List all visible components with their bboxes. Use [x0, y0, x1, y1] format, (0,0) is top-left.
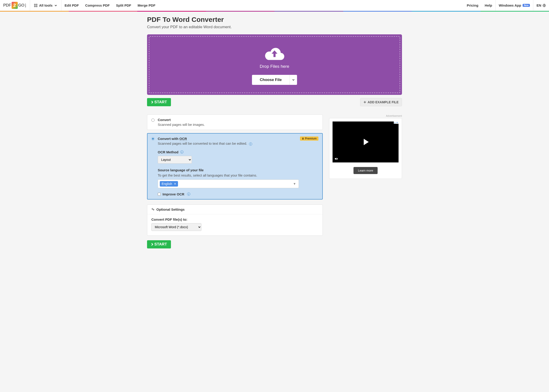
- info-icon[interactable]: i: [249, 142, 252, 146]
- svg-point-7: [153, 209, 154, 210]
- option-convert-ocr[interactable]: Convert with OCR Premium Scanned pages w…: [147, 133, 323, 200]
- premium-badge: Premium: [300, 137, 318, 140]
- nav-help[interactable]: Help: [482, 0, 495, 11]
- option-convert-desc: Scanned pages will be images.: [158, 123, 318, 126]
- cloud-upload-icon: [264, 47, 285, 61]
- ocr-method-select[interactable]: Layout: [158, 156, 192, 164]
- nav-windows-app[interactable]: Windows App New: [495, 0, 533, 11]
- caret-down-icon[interactable]: ▾: [292, 182, 297, 186]
- drop-zone[interactable]: Drop Files here Choose File: [147, 34, 402, 95]
- chevron-right-icon: [151, 101, 153, 104]
- convert-to-label: Convert PDF file(s) to:: [151, 217, 318, 221]
- optional-settings-header: Optional Settings: [147, 205, 323, 214]
- svg-rect-2: [34, 6, 35, 7]
- ad-label: Advertisement: [329, 114, 402, 117]
- info-icon[interactable]: i: [187, 192, 190, 196]
- info-icon[interactable]: i: [180, 150, 183, 154]
- start-button-top[interactable]: START: [147, 98, 171, 106]
- all-tools-label: All tools: [39, 3, 53, 7]
- ocr-method-label: OCR Method i: [158, 150, 318, 154]
- globe-icon: [543, 4, 546, 7]
- svg-point-6: [152, 209, 153, 210]
- new-badge: New: [523, 4, 530, 7]
- logo[interactable]: PDF2GO.com: [0, 0, 30, 11]
- ad-video[interactable]: ▷✕: [332, 121, 399, 162]
- grid-icon: [34, 4, 37, 7]
- nav-edit-pdf[interactable]: Edit PDF: [62, 0, 82, 11]
- source-language-help: To get the best results, select all lang…: [158, 173, 318, 177]
- option-ocr-desc: Scanned pages will be converted to text …: [158, 141, 318, 146]
- plus-icon: [364, 101, 366, 104]
- chevron-down-icon: [54, 4, 57, 7]
- radio-convert-ocr[interactable]: [151, 137, 155, 140]
- svg-rect-1: [36, 4, 37, 5]
- option-convert[interactable]: Convert Scanned pages will be images.: [147, 114, 323, 130]
- language-multiselect[interactable]: English ✕ ▾: [158, 180, 299, 188]
- radio-convert[interactable]: [151, 119, 155, 122]
- page-subtitle: Convert your PDF to an editable Word doc…: [147, 25, 402, 29]
- adchoices-icon[interactable]: ▷✕: [394, 121, 399, 124]
- nav-right: Pricing Help Windows App New EN: [464, 0, 549, 11]
- mute-icon[interactable]: [334, 157, 338, 161]
- svg-rect-5: [302, 138, 304, 140]
- remove-language-icon[interactable]: ✕: [174, 182, 176, 185]
- optional-settings-card: Optional Settings Convert PDF file(s) to…: [147, 204, 323, 236]
- choose-file-dropdown[interactable]: [289, 75, 297, 85]
- play-icon: [364, 139, 369, 145]
- nav-merge-pdf[interactable]: Merge PDF: [134, 0, 159, 11]
- improve-ocr-label: Improve OCR: [162, 192, 184, 196]
- option-convert-title: Convert: [158, 118, 171, 122]
- choose-file-button[interactable]: Choose File: [252, 75, 289, 85]
- svg-rect-3: [36, 6, 37, 7]
- svg-rect-0: [34, 4, 35, 5]
- chevron-right-icon: [151, 243, 153, 246]
- rainbow-bar: [0, 11, 549, 12]
- ad-box: ▷✕ Learn more: [329, 118, 402, 179]
- option-ocr-title: Convert with OCR: [158, 137, 187, 140]
- nav-split-pdf[interactable]: Split PDF: [113, 0, 134, 11]
- nav-links: Edit PDF Compress PDF Split PDF Merge PD…: [62, 0, 159, 11]
- drop-text: Drop Files here: [260, 64, 289, 69]
- top-nav: PDF2GO.com All tools Edit PDF Compress P…: [0, 0, 549, 11]
- language-chip-english: English ✕: [160, 181, 178, 187]
- add-example-file-button[interactable]: ADD EXAMPLE FILE: [360, 98, 402, 106]
- learn-more-button[interactable]: Learn more: [353, 167, 378, 174]
- nav-compress-pdf[interactable]: Compress PDF: [82, 0, 113, 11]
- improve-ocr-checkbox[interactable]: [158, 193, 161, 196]
- start-button-bottom[interactable]: START: [147, 240, 171, 248]
- convert-to-select[interactable]: Microsoft Word (*.docx): [151, 223, 201, 231]
- lock-icon: [302, 137, 304, 140]
- nav-pricing[interactable]: Pricing: [464, 0, 482, 11]
- source-language-label: Source language of your file: [158, 168, 318, 172]
- gears-icon: [151, 208, 155, 211]
- page-title: PDF To Word Converter: [147, 16, 402, 23]
- all-tools-dropdown[interactable]: All tools: [30, 0, 62, 11]
- language-selector[interactable]: EN: [533, 0, 549, 11]
- chevron-down-icon: [292, 78, 295, 81]
